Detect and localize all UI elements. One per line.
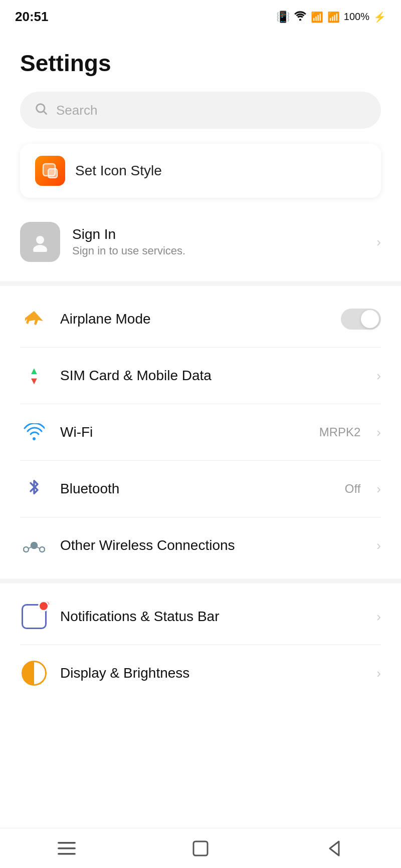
wifi-value: MRPK2 (319, 425, 361, 439)
status-time: 20:51 (15, 9, 49, 25)
status-bar: 20:51 📳 📶 📶 100% ⚡ (0, 0, 401, 30)
nav-home-button[interactable] (180, 833, 221, 863)
vibrate-icon: 📳 (276, 11, 290, 24)
wifi-label: Wi-Fi (60, 424, 307, 440)
svg-rect-15 (58, 853, 76, 855)
display-section: Notifications & Status Bar › Display & B… (0, 589, 401, 701)
wireless-content: Other Wireless Connections (60, 537, 364, 553)
display-content: Display & Brightness (60, 665, 364, 681)
wifi-content: Wi-Fi (60, 424, 307, 440)
svg-rect-13 (58, 842, 76, 844)
wireless-chevron: › (376, 538, 381, 553)
menu-icon (58, 841, 76, 856)
airplane-mode-toggle[interactable] (341, 309, 381, 330)
bluetooth-icon (20, 475, 48, 503)
wifi-status-icon (294, 11, 307, 23)
nav-back-button[interactable] (314, 833, 354, 863)
wireless-label: Other Wireless Connections (60, 537, 364, 553)
sign-in-content: Sign In Sign in to use services. (72, 226, 364, 257)
battery-charging-icon: ⚡ (373, 11, 386, 23)
sim-card-content: SIM Card & Mobile Data (60, 368, 364, 384)
sim-card-chevron: › (376, 368, 381, 384)
display-label: Display & Brightness (60, 665, 364, 681)
notifications-row[interactable]: Notifications & Status Bar › (0, 589, 401, 645)
sim-card-label: SIM Card & Mobile Data (60, 368, 364, 384)
bluetooth-content: Bluetooth (60, 481, 333, 497)
svg-marker-17 (330, 841, 339, 855)
sign-in-row[interactable]: Sign In Sign in to use services. › (0, 208, 401, 276)
svg-point-10 (40, 547, 45, 552)
search-bar[interactable]: Search (20, 92, 381, 129)
svg-point-0 (299, 19, 301, 21)
bottom-nav (0, 828, 401, 868)
bluetooth-chevron: › (376, 481, 381, 497)
sim-icon: ▲ ▼ (20, 362, 48, 390)
airplane-mode-row[interactable]: Airplane Mode (0, 291, 401, 347)
wireless-row[interactable]: Other Wireless Connections › (0, 517, 401, 573)
sign-in-subtitle: Sign in to use services. (72, 244, 364, 257)
display-row[interactable]: Display & Brightness › (0, 645, 401, 701)
signin-avatar (20, 222, 60, 262)
svg-point-6 (33, 245, 47, 252)
toggle-knob (361, 310, 379, 328)
display-icon (20, 659, 48, 687)
connectivity-section: Airplane Mode ▲ ▼ SIM Card & Mobile Data… (0, 291, 401, 573)
battery-percent: 100% (344, 11, 369, 23)
svg-point-5 (36, 236, 44, 244)
svg-rect-4 (48, 169, 57, 178)
search-icon (34, 102, 48, 119)
sign-in-chevron: › (376, 234, 381, 250)
icon-style-label: Set Icon Style (75, 163, 366, 179)
notifications-content: Notifications & Status Bar (60, 609, 364, 625)
wireless-icon (20, 531, 48, 559)
svg-line-2 (44, 111, 46, 114)
wifi-icon (20, 418, 48, 446)
bluetooth-row[interactable]: Bluetooth Off › (0, 461, 401, 517)
home-icon (191, 839, 210, 857)
svg-rect-16 (193, 841, 208, 855)
notifications-icon (20, 603, 48, 631)
signal1-icon: 📶 (311, 11, 323, 23)
wifi-chevron: › (376, 425, 381, 440)
svg-point-9 (24, 547, 29, 552)
display-chevron: › (376, 666, 381, 681)
sim-card-row[interactable]: ▲ ▼ SIM Card & Mobile Data › (0, 348, 401, 404)
airplane-icon (20, 305, 48, 333)
section-divider-2 (0, 578, 401, 584)
airplane-mode-content: Airplane Mode (60, 311, 329, 327)
sign-in-section: Sign In Sign in to use services. › (0, 208, 401, 276)
nav-menu-button[interactable] (47, 833, 87, 863)
signal2-icon: 📶 (327, 11, 340, 23)
status-icons: 📳 📶 📶 100% ⚡ (276, 11, 386, 24)
bluetooth-value: Off (345, 482, 361, 496)
bluetooth-label: Bluetooth (60, 481, 333, 497)
section-divider-1 (0, 281, 401, 286)
notifications-chevron: › (376, 609, 381, 625)
page-title: Settings (0, 30, 401, 87)
icon-style-card[interactable]: Set Icon Style (20, 144, 381, 198)
icon-style-icon (35, 156, 65, 186)
sign-in-title: Sign In (72, 226, 364, 242)
wifi-row[interactable]: Wi-Fi MRPK2 › (0, 404, 401, 460)
svg-rect-14 (58, 847, 76, 849)
notifications-label: Notifications & Status Bar (60, 609, 364, 625)
search-placeholder: Search (56, 103, 97, 118)
airplane-mode-label: Airplane Mode (60, 311, 329, 327)
back-icon (327, 839, 342, 857)
